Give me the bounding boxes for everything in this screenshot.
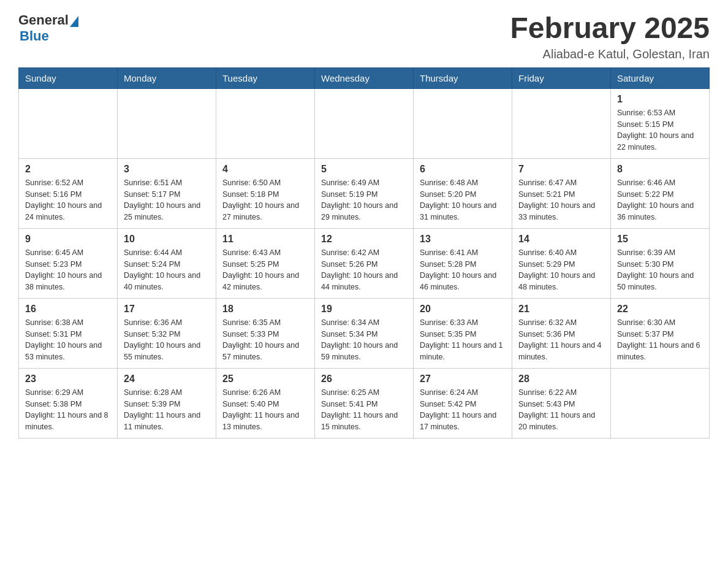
day-info: Sunrise: 6:46 AMSunset: 5:22 PMDaylight:… [617, 177, 703, 223]
day-info: Sunrise: 6:35 AMSunset: 5:33 PMDaylight:… [222, 317, 308, 363]
calendar-day-cell: 20Sunrise: 6:33 AMSunset: 5:35 PMDayligh… [414, 298, 512, 368]
day-number: 26 [321, 373, 407, 385]
day-number: 20 [420, 304, 506, 315]
calendar-week-4: 16Sunrise: 6:38 AMSunset: 5:31 PMDayligh… [19, 298, 710, 368]
day-number: 22 [617, 304, 703, 315]
calendar-day-cell [19, 88, 118, 158]
day-number: 10 [124, 234, 210, 245]
day-number: 24 [124, 373, 210, 385]
calendar-day-cell: 12Sunrise: 6:42 AMSunset: 5:26 PMDayligh… [315, 228, 414, 298]
logo: General Blue [18, 12, 78, 44]
calendar-day-cell: 4Sunrise: 6:50 AMSunset: 5:18 PMDaylight… [216, 158, 315, 228]
calendar-day-cell: 18Sunrise: 6:35 AMSunset: 5:33 PMDayligh… [216, 298, 315, 368]
calendar-day-cell: 10Sunrise: 6:44 AMSunset: 5:24 PMDayligh… [118, 228, 216, 298]
weekday-header-tuesday: Tuesday [216, 67, 315, 88]
day-info: Sunrise: 6:26 AMSunset: 5:40 PMDaylight:… [222, 387, 308, 433]
day-number: 13 [420, 234, 506, 245]
calendar-day-cell: 13Sunrise: 6:41 AMSunset: 5:28 PMDayligh… [414, 228, 512, 298]
logo-blue-text: Blue [20, 28, 49, 44]
day-number: 14 [518, 234, 604, 245]
day-info: Sunrise: 6:50 AMSunset: 5:18 PMDaylight:… [222, 177, 308, 223]
day-number: 1 [617, 94, 703, 105]
calendar-week-5: 23Sunrise: 6:29 AMSunset: 5:38 PMDayligh… [19, 368, 710, 438]
day-number: 12 [321, 234, 407, 245]
calendar-day-cell: 6Sunrise: 6:48 AMSunset: 5:20 PMDaylight… [414, 158, 512, 228]
calendar-day-cell: 24Sunrise: 6:28 AMSunset: 5:39 PMDayligh… [118, 368, 216, 438]
header-right: February 2025 Aliabad-e Katul, Golestan,… [510, 12, 710, 61]
day-number: 21 [518, 304, 604, 315]
weekday-header-friday: Friday [512, 67, 611, 88]
calendar-day-cell [118, 88, 216, 158]
calendar-day-cell [414, 88, 512, 158]
day-number: 9 [25, 234, 111, 245]
day-number: 4 [222, 164, 308, 175]
day-number: 2 [25, 164, 111, 175]
day-info: Sunrise: 6:24 AMSunset: 5:42 PMDaylight:… [420, 387, 506, 433]
day-info: Sunrise: 6:39 AMSunset: 5:30 PMDaylight:… [617, 247, 703, 293]
calendar-day-cell: 14Sunrise: 6:40 AMSunset: 5:29 PMDayligh… [512, 228, 611, 298]
calendar-week-3: 9Sunrise: 6:45 AMSunset: 5:23 PMDaylight… [19, 228, 710, 298]
weekday-header-saturday: Saturday [611, 67, 710, 88]
day-info: Sunrise: 6:38 AMSunset: 5:31 PMDaylight:… [25, 317, 111, 363]
day-info: Sunrise: 6:47 AMSunset: 5:21 PMDaylight:… [518, 177, 604, 223]
calendar-day-cell: 26Sunrise: 6:25 AMSunset: 5:41 PMDayligh… [315, 368, 414, 438]
calendar-day-cell: 21Sunrise: 6:32 AMSunset: 5:36 PMDayligh… [512, 298, 611, 368]
calendar-day-cell: 1Sunrise: 6:53 AMSunset: 5:15 PMDaylight… [611, 88, 710, 158]
day-info: Sunrise: 6:42 AMSunset: 5:26 PMDaylight:… [321, 247, 407, 293]
day-info: Sunrise: 6:34 AMSunset: 5:34 PMDaylight:… [321, 317, 407, 363]
day-info: Sunrise: 6:30 AMSunset: 5:37 PMDaylight:… [617, 317, 703, 363]
location-text: Aliabad-e Katul, Golestan, Iran [510, 47, 710, 61]
day-number: 27 [420, 373, 506, 385]
calendar-week-1: 1Sunrise: 6:53 AMSunset: 5:15 PMDaylight… [19, 88, 710, 158]
day-info: Sunrise: 6:33 AMSunset: 5:35 PMDaylight:… [420, 317, 506, 363]
calendar-day-cell [611, 368, 710, 438]
day-number: 16 [25, 304, 111, 315]
weekday-header-wednesday: Wednesday [315, 67, 414, 88]
day-number: 6 [420, 164, 506, 175]
weekday-header-thursday: Thursday [414, 67, 512, 88]
calendar-day-cell [315, 88, 414, 158]
calendar-day-cell: 22Sunrise: 6:30 AMSunset: 5:37 PMDayligh… [611, 298, 710, 368]
calendar-header-row: SundayMondayTuesdayWednesdayThursdayFrid… [19, 67, 710, 88]
day-info: Sunrise: 6:53 AMSunset: 5:15 PMDaylight:… [617, 107, 703, 153]
day-number: 28 [518, 373, 604, 385]
day-number: 15 [617, 234, 703, 245]
calendar-day-cell: 8Sunrise: 6:46 AMSunset: 5:22 PMDaylight… [611, 158, 710, 228]
calendar-day-cell: 25Sunrise: 6:26 AMSunset: 5:40 PMDayligh… [216, 368, 315, 438]
calendar-day-cell: 11Sunrise: 6:43 AMSunset: 5:25 PMDayligh… [216, 228, 315, 298]
day-number: 7 [518, 164, 604, 175]
day-info: Sunrise: 6:40 AMSunset: 5:29 PMDaylight:… [518, 247, 604, 293]
day-info: Sunrise: 6:28 AMSunset: 5:39 PMDaylight:… [124, 387, 210, 433]
day-number: 11 [222, 234, 308, 245]
calendar-day-cell: 9Sunrise: 6:45 AMSunset: 5:23 PMDaylight… [19, 228, 118, 298]
day-info: Sunrise: 6:51 AMSunset: 5:17 PMDaylight:… [124, 177, 210, 223]
calendar-day-cell: 23Sunrise: 6:29 AMSunset: 5:38 PMDayligh… [19, 368, 118, 438]
weekday-header-monday: Monday [118, 67, 216, 88]
calendar-day-cell: 16Sunrise: 6:38 AMSunset: 5:31 PMDayligh… [19, 298, 118, 368]
day-info: Sunrise: 6:52 AMSunset: 5:16 PMDaylight:… [25, 177, 111, 223]
day-info: Sunrise: 6:41 AMSunset: 5:28 PMDaylight:… [420, 247, 506, 293]
calendar-day-cell: 7Sunrise: 6:47 AMSunset: 5:21 PMDaylight… [512, 158, 611, 228]
month-title: February 2025 [510, 12, 710, 45]
logo-general-text: General [18, 12, 69, 28]
calendar-day-cell: 5Sunrise: 6:49 AMSunset: 5:19 PMDaylight… [315, 158, 414, 228]
day-number: 17 [124, 304, 210, 315]
day-number: 23 [25, 373, 111, 385]
day-number: 5 [321, 164, 407, 175]
day-number: 25 [222, 373, 308, 385]
page-header: General Blue February 2025 Aliabad-e Kat… [18, 12, 710, 61]
calendar-day-cell: 17Sunrise: 6:36 AMSunset: 5:32 PMDayligh… [118, 298, 216, 368]
day-info: Sunrise: 6:36 AMSunset: 5:32 PMDaylight:… [124, 317, 210, 363]
calendar-day-cell: 27Sunrise: 6:24 AMSunset: 5:42 PMDayligh… [414, 368, 512, 438]
day-info: Sunrise: 6:48 AMSunset: 5:20 PMDaylight:… [420, 177, 506, 223]
calendar-day-cell [512, 88, 611, 158]
day-number: 8 [617, 164, 703, 175]
weekday-header-sunday: Sunday [19, 67, 118, 88]
calendar-day-cell: 3Sunrise: 6:51 AMSunset: 5:17 PMDaylight… [118, 158, 216, 228]
day-number: 3 [124, 164, 210, 175]
day-info: Sunrise: 6:22 AMSunset: 5:43 PMDaylight:… [518, 387, 604, 433]
logo-triangle-icon [70, 16, 78, 27]
calendar-week-2: 2Sunrise: 6:52 AMSunset: 5:16 PMDaylight… [19, 158, 710, 228]
day-info: Sunrise: 6:49 AMSunset: 5:19 PMDaylight:… [321, 177, 407, 223]
day-info: Sunrise: 6:43 AMSunset: 5:25 PMDaylight:… [222, 247, 308, 293]
